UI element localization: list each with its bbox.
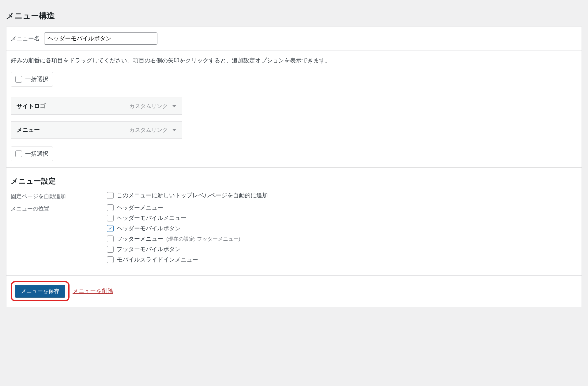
bulk-select-bottom[interactable]: 一括選択 — [11, 147, 53, 161]
menu-item-title: メニュー — [17, 126, 40, 134]
locations-label: メニューの位置 — [11, 204, 107, 212]
structure-heading: メニュー構造 — [6, 6, 582, 27]
chevron-down-icon[interactable] — [172, 105, 176, 107]
auto-add-option[interactable]: このメニューに新しいトップレベルページを自動的に追加 — [107, 191, 577, 199]
auto-add-checkbox[interactable] — [107, 192, 114, 199]
menu-name-label: メニュー名 — [11, 35, 40, 43]
location-option-footer-mobile-button[interactable]: フッターモバイルボタン — [107, 245, 577, 253]
location-checkbox[interactable] — [107, 256, 114, 263]
menu-name-input[interactable] — [44, 32, 157, 45]
location-checkbox[interactable] — [107, 246, 114, 253]
menu-item[interactable]: サイトロゴ カスタムリンク — [11, 98, 182, 115]
menu-structure-section: メニュー構造 メニュー名 好みの順番に各項目をドラッグしてください。項目の右側の… — [6, 6, 582, 307]
bulk-select-checkbox-bottom[interactable] — [15, 150, 22, 157]
location-label: モバイルスライドインメニュー — [117, 256, 198, 264]
location-label: フッターモバイルボタン — [117, 245, 181, 253]
locations-options: ヘッダーメニュー ヘッダーモバイルメニュー ヘッダーモバイルボタン フッターメニ… — [107, 204, 577, 266]
location-label: ヘッダーメニュー — [117, 204, 163, 212]
location-checkbox[interactable] — [107, 236, 114, 242]
bulk-select-checkbox-top[interactable] — [15, 76, 22, 83]
location-checkbox[interactable] — [107, 225, 114, 232]
menu-item-title: サイトロゴ — [17, 102, 46, 110]
menu-items-list: サイトロゴ カスタムリンク メニュー カスタムリンク — [11, 98, 182, 139]
location-label: ヘッダーモバイルボタン — [117, 225, 181, 232]
panel-footer: メニューを保存 メニューを削除 — [6, 275, 582, 307]
location-option-header-mobile-menu[interactable]: ヘッダーモバイルメニュー — [107, 214, 577, 222]
bulk-select-top[interactable]: 一括選択 — [11, 72, 53, 87]
location-option-header-mobile-button[interactable]: ヘッダーモバイルボタン — [107, 225, 577, 232]
location-checkbox[interactable] — [107, 204, 114, 211]
chevron-down-icon[interactable] — [172, 129, 176, 131]
menu-settings-section: メニュー設定 固定ページを自動追加 このメニューに新しいトップレベルページを自動… — [6, 167, 582, 275]
location-sublabel: (現在の設定: フッターメニュー) — [166, 236, 240, 243]
auto-add-option-label: このメニューに新しいトップレベルページを自動的に追加 — [117, 191, 268, 199]
menu-panel: メニュー名 好みの順番に各項目をドラッグしてください。項目の右側の矢印をクリック… — [6, 27, 582, 307]
save-button-highlight: メニューを保存 — [11, 281, 70, 301]
location-option-header-menu[interactable]: ヘッダーメニュー — [107, 204, 577, 212]
delete-menu-link[interactable]: メニューを削除 — [73, 287, 113, 295]
bulk-select-label: 一括選択 — [25, 150, 48, 158]
auto-add-label: 固定ページを自動追加 — [11, 191, 107, 200]
bulk-select-label: 一括選択 — [25, 75, 48, 83]
settings-heading: メニュー設定 — [11, 176, 577, 186]
menu-item[interactable]: メニュー カスタムリンク — [11, 121, 182, 139]
menu-name-row: メニュー名 — [6, 27, 582, 50]
location-checkbox[interactable] — [107, 215, 114, 221]
save-menu-button[interactable]: メニューを保存 — [15, 285, 65, 298]
menu-item-type: カスタムリンク — [129, 102, 168, 110]
instructions-text: 好みの順番に各項目をドラッグしてください。項目の右側の矢印をクリックすると、追加… — [11, 57, 577, 65]
location-option-mobile-slide-in-menu[interactable]: モバイルスライドインメニュー — [107, 256, 577, 264]
location-label: フッターメニュー — [117, 235, 163, 243]
location-label: ヘッダーモバイルメニュー — [117, 214, 187, 222]
menu-item-type: カスタムリンク — [129, 126, 168, 134]
location-option-footer-menu[interactable]: フッターメニュー (現在の設定: フッターメニュー) — [107, 235, 577, 243]
